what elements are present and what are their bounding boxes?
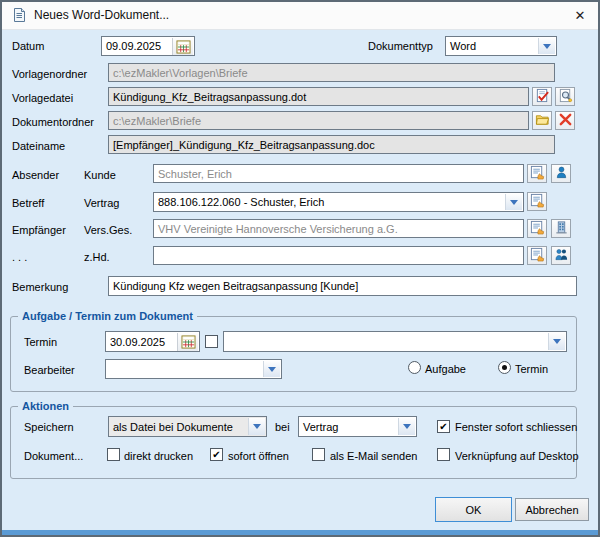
checkmark-icon: ✔ — [212, 449, 220, 460]
bemerkung-input[interactable]: Kündigung Kfz wegen Beitragsanpassung [K… — [108, 276, 577, 296]
radio-termin[interactable] — [498, 361, 511, 374]
calendar-icon[interactable] — [172, 38, 193, 55]
form-hand-icon — [530, 220, 545, 238]
dokument-label: Dokument... — [24, 450, 83, 462]
calendar-icon[interactable] — [177, 333, 198, 351]
building-icon — [554, 220, 569, 238]
versges-value: VHV Vereinigte Hannoversche Versicherung… — [158, 223, 398, 235]
datum-value: 09.09.2025 — [106, 40, 161, 52]
datum-input[interactable]: 09.09.2025 — [101, 36, 195, 56]
checkmark-icon: ✔ — [439, 421, 447, 432]
aktionen-title: Aktionen — [18, 400, 73, 412]
document-check-icon — [535, 88, 550, 106]
chevron-down-icon[interactable] — [398, 418, 415, 435]
document-icon — [11, 7, 27, 23]
dateiname-value: [Empfänger]_Kündigung_Kfz_Beitragsanpass… — [113, 139, 375, 151]
dateiname-field: [Empfänger]_Kündigung_Kfz_Beitragsanpass… — [108, 135, 555, 154]
folder-icon — [535, 112, 550, 130]
betreff-label: Betreff — [12, 197, 44, 209]
browse-folder-button[interactable] — [532, 111, 552, 130]
fenster-schliessen-label: Fenster sofort schliessen — [455, 421, 577, 433]
person-icon — [554, 165, 569, 183]
zhd-input[interactable] — [153, 246, 524, 265]
edit-vertrag-button[interactable] — [527, 192, 547, 211]
close-icon[interactable]: ✕ — [569, 6, 591, 25]
dokumenttyp-value: Word — [450, 40, 476, 52]
company-button[interactable] — [551, 219, 571, 238]
radio-aufgabe-label: Aufgabe — [425, 363, 466, 375]
form-hand-icon — [530, 165, 545, 183]
speichern-label: Speichern — [24, 421, 74, 433]
chevron-down-icon[interactable] — [505, 194, 522, 210]
termin-date-input[interactable]: 30.09.2025 — [105, 331, 200, 352]
speichern-mode-select[interactable]: als Datei bei Dokumente — [108, 416, 267, 437]
edit-kunde-button[interactable] — [527, 164, 547, 183]
chevron-down-icon[interactable] — [263, 361, 280, 377]
termin-checkbox[interactable] — [205, 335, 218, 348]
fenster-schliessen-checkbox[interactable]: ✔ — [437, 420, 450, 433]
speichern-mode-value: als Datei bei Dokumente — [113, 421, 233, 433]
speichern-target-select[interactable]: Vertrag — [298, 416, 417, 437]
kunde-label: Kunde — [84, 169, 116, 181]
aktionen-group — [10, 406, 577, 479]
chevron-down-icon[interactable] — [248, 418, 265, 435]
dots-label: . . . — [12, 251, 27, 263]
red-x-icon — [558, 112, 573, 130]
bei-label: bei — [275, 421, 290, 433]
dokumentordner-field: c:\ezMakler\Briefe — [108, 111, 529, 130]
edit-versges-button[interactable] — [527, 219, 547, 238]
kunde-input[interactable]: Schuster, Erich — [153, 164, 524, 183]
verknuepfung-label: Verknüpfung auf Desktop — [455, 450, 579, 462]
bearbeiter-label: Bearbeiter — [24, 364, 75, 376]
kunde-value: Schuster, Erich — [158, 168, 232, 180]
chevron-down-icon[interactable] — [548, 333, 565, 350]
dokumenttyp-select[interactable]: Word — [445, 36, 557, 56]
form-hand-icon — [530, 193, 545, 211]
termin-label: Termin — [24, 336, 57, 348]
termin-date-value: 30.09.2025 — [110, 336, 165, 348]
radio-aufgabe[interactable] — [408, 361, 421, 374]
bemerkung-value: Kündigung Kfz wegen Beitragsanpassung [K… — [113, 280, 358, 292]
datum-label: Datum — [12, 40, 44, 52]
select-template-button[interactable] — [532, 87, 552, 106]
vorlagedatei-label: Vorlagedatei — [12, 92, 73, 104]
dokumenttyp-label: Dokumenttyp — [368, 40, 433, 52]
verknuepfung-checkbox[interactable] — [437, 448, 450, 461]
vertrag-label: Vertrag — [84, 197, 119, 209]
dateiname-label: Dateiname — [12, 140, 65, 152]
vertrag-value: 888.106.122.060 - Schuster, Erich — [158, 196, 324, 208]
vertrag-select[interactable]: 888.106.122.060 - Schuster, Erich — [153, 192, 524, 212]
window-bottom-bar — [2, 530, 598, 535]
vorlagenordner-field: c:\ezMakler\Vorlagen\Briefe — [108, 63, 555, 82]
cancel-button[interactable]: Abbrechen — [515, 498, 589, 521]
dialog-window: Neues Word-Dokument... ✕ Datum 09.09.202… — [0, 0, 600, 537]
sofort-oeffnen-label: sofort öffnen — [228, 450, 289, 462]
clear-folder-button[interactable] — [555, 111, 575, 130]
ok-button[interactable]: OK — [435, 497, 512, 522]
edit-zhd-button[interactable] — [527, 246, 547, 265]
direkt-drucken-checkbox[interactable] — [107, 448, 120, 461]
bemerkung-label: Bemerkung — [12, 281, 68, 293]
empfaenger-label: Empfänger — [12, 224, 66, 236]
speichern-target-value: Vertrag — [303, 421, 338, 433]
versges-label: Vers.Ges. — [84, 224, 132, 236]
email-senden-checkbox[interactable] — [312, 448, 325, 461]
sofort-oeffnen-checkbox[interactable]: ✔ — [210, 448, 223, 461]
radio-termin-label: Termin — [515, 363, 548, 375]
form-hand-icon — [530, 247, 545, 265]
absender-label: Absender — [12, 169, 59, 181]
termin-select[interactable] — [223, 331, 567, 352]
dokumentordner-value: c:\ezMakler\Briefe — [113, 115, 201, 127]
zhd-label: z.Hd. — [84, 251, 110, 263]
aufgabe-termin-group — [10, 316, 577, 392]
chevron-down-icon[interactable] — [538, 38, 555, 54]
contacts-button[interactable] — [551, 246, 571, 265]
vorlagedatei-field: Kündigung_Kfz_Beitragsanpassung.dot — [108, 87, 529, 106]
vorlagenordner-label: Vorlagenordner — [12, 68, 87, 80]
bearbeiter-select[interactable] — [105, 359, 282, 379]
person-button[interactable] — [551, 164, 571, 183]
preview-template-button[interactable] — [555, 87, 575, 106]
versges-input[interactable]: VHV Vereinigte Hannoversche Versicherung… — [153, 219, 524, 238]
window-title: Neues Word-Dokument... — [34, 8, 169, 22]
email-senden-label: als E-Mail senden — [330, 450, 417, 462]
